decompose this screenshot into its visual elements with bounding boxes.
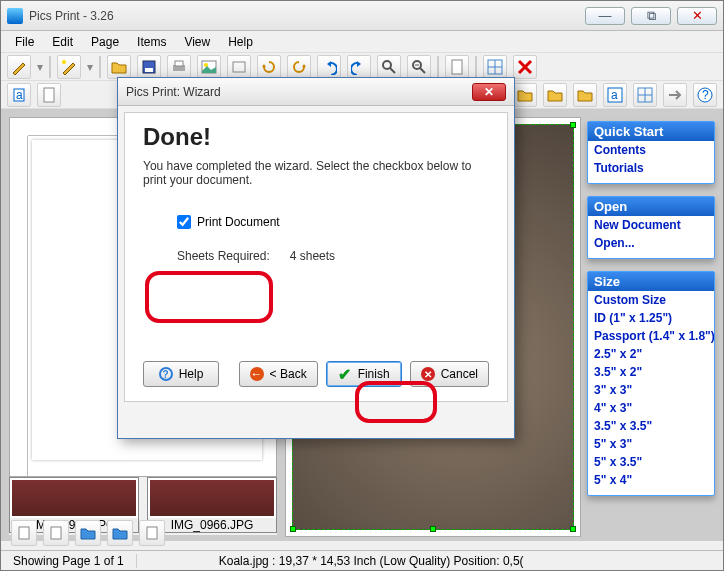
size-option[interactable]: 5" x 4" bbox=[588, 471, 714, 489]
wizard-heading: Done! bbox=[143, 123, 489, 151]
arrow2-icon[interactable] bbox=[663, 83, 687, 107]
folders-icon[interactable] bbox=[75, 520, 101, 546]
cancel-button[interactable]: ✕ Cancel bbox=[410, 361, 489, 387]
zoom-in-icon[interactable] bbox=[377, 55, 401, 79]
help-icon: ? bbox=[159, 367, 173, 381]
help-icon[interactable]: ? bbox=[693, 83, 717, 107]
folders2-icon[interactable] bbox=[107, 520, 133, 546]
link-tutorials[interactable]: Tutorials bbox=[588, 159, 714, 177]
finish-button[interactable]: ✔ Finish bbox=[326, 361, 402, 387]
print-document-label: Print Document bbox=[197, 215, 280, 229]
size-option[interactable]: ID (1" x 1.25") bbox=[588, 309, 714, 327]
save-icon[interactable] bbox=[137, 55, 161, 79]
wizard-body: Done! You have completed the wizard. Sel… bbox=[124, 112, 508, 402]
size-option[interactable]: 5" x 3.5" bbox=[588, 453, 714, 471]
zoom-out-icon[interactable] bbox=[407, 55, 431, 79]
blank-page-icon[interactable] bbox=[37, 83, 61, 107]
redo-icon[interactable] bbox=[347, 55, 371, 79]
page-icon[interactable] bbox=[445, 55, 469, 79]
clipboard2-icon[interactable] bbox=[43, 520, 69, 546]
panel-size: Size Custom Size ID (1" x 1.25") Passpor… bbox=[587, 271, 715, 496]
svg-rect-2 bbox=[145, 68, 153, 72]
size-option[interactable]: Passport (1.4" x 1.8") bbox=[588, 327, 714, 345]
svg-line-9 bbox=[390, 68, 395, 73]
wizard-message: You have completed the wizard. Select th… bbox=[143, 159, 489, 187]
menu-items[interactable]: Items bbox=[129, 33, 174, 51]
folder3-icon[interactable] bbox=[573, 83, 597, 107]
size-option[interactable]: Custom Size bbox=[588, 291, 714, 309]
menu-bar: File Edit Page Items View Help bbox=[1, 31, 723, 53]
menu-page[interactable]: Page bbox=[83, 33, 127, 51]
wand2-icon[interactable] bbox=[57, 55, 81, 79]
svg-rect-21 bbox=[44, 88, 54, 102]
svg-rect-13 bbox=[452, 60, 462, 74]
wizard-close-button[interactable]: ✕ bbox=[472, 83, 506, 101]
thumbnail-image bbox=[12, 480, 136, 516]
title-bar: Pics Print - 3.26 — ⧉ ✕ bbox=[1, 1, 723, 31]
status-page: Showing Page 1 of 1 bbox=[1, 554, 137, 568]
check-icon: ✔ bbox=[338, 367, 352, 381]
thumbnail-image bbox=[150, 480, 274, 516]
grid2-icon[interactable] bbox=[633, 83, 657, 107]
cancel-button-label: Cancel bbox=[441, 367, 478, 381]
thumbnail-label: IMG_0966.JPG bbox=[148, 518, 276, 532]
size-option[interactable]: 3" x 3" bbox=[588, 381, 714, 399]
grid-icon[interactable] bbox=[483, 55, 507, 79]
svg-rect-33 bbox=[51, 527, 61, 539]
rotate-left-icon[interactable] bbox=[257, 55, 281, 79]
minimize-button[interactable]: — bbox=[585, 7, 625, 25]
thumbnail[interactable]: IMG_0966.JPG bbox=[147, 477, 277, 533]
link-contents[interactable]: Contents bbox=[588, 141, 714, 159]
back-button-label: < Back bbox=[270, 367, 307, 381]
svg-rect-32 bbox=[19, 527, 29, 539]
wizard-title: Pics Print: Wizard bbox=[126, 85, 472, 99]
folder-icon[interactable] bbox=[513, 83, 537, 107]
main-window: Pics Print - 3.26 — ⧉ ✕ File Edit Page I… bbox=[0, 0, 724, 571]
close-button[interactable]: ✕ bbox=[677, 7, 717, 25]
wizard-dialog: Pics Print: Wizard ✕ Done! You have comp… bbox=[117, 77, 515, 439]
panel-open: Open New Document Open... bbox=[587, 196, 715, 259]
size-option[interactable]: 2.5" x 2" bbox=[588, 345, 714, 363]
folder2-icon[interactable] bbox=[543, 83, 567, 107]
link-new-document[interactable]: New Document bbox=[588, 216, 714, 234]
clipboard-icon[interactable] bbox=[11, 520, 37, 546]
wizard-title-bar[interactable]: Pics Print: Wizard ✕ bbox=[118, 78, 514, 106]
svg-line-11 bbox=[420, 68, 425, 73]
svg-point-8 bbox=[383, 61, 391, 69]
undo-icon[interactable] bbox=[317, 55, 341, 79]
move-icon[interactable] bbox=[227, 55, 251, 79]
finish-button-label: Finish bbox=[358, 367, 390, 381]
back-button[interactable]: ← < Back bbox=[239, 361, 318, 387]
size-option[interactable]: 5" x 3" bbox=[588, 435, 714, 453]
size-option[interactable]: 3.5" x 2" bbox=[588, 363, 714, 381]
status-info: Koala.jpg : 19,37 * 14,53 Inch (Low Qual… bbox=[207, 554, 536, 568]
link-open[interactable]: Open... bbox=[588, 234, 714, 252]
app-icon bbox=[7, 8, 23, 24]
status-bar: Showing Page 1 of 1 Koala.jpg : 19,37 * … bbox=[1, 550, 723, 570]
menu-view[interactable]: View bbox=[176, 33, 218, 51]
side-panels: Quick Start Contents Tutorials Open New … bbox=[587, 121, 715, 496]
wand-icon[interactable] bbox=[7, 55, 31, 79]
folder-open-icon[interactable] bbox=[107, 55, 131, 79]
maximize-button[interactable]: ⧉ bbox=[631, 7, 671, 25]
printer-icon[interactable] bbox=[167, 55, 191, 79]
menu-file[interactable]: File bbox=[7, 33, 42, 51]
menu-help[interactable]: Help bbox=[220, 33, 261, 51]
size-option[interactable]: 3.5" x 3.5" bbox=[588, 417, 714, 435]
rotate-right-icon[interactable] bbox=[287, 55, 311, 79]
svg-text:?: ? bbox=[702, 88, 709, 102]
menu-edit[interactable]: Edit bbox=[44, 33, 81, 51]
clipboard3-icon[interactable] bbox=[139, 520, 165, 546]
info-icon[interactable]: a bbox=[7, 83, 31, 107]
size-option[interactable]: 4" x 3" bbox=[588, 399, 714, 417]
help-button[interactable]: ? Help bbox=[143, 361, 219, 387]
svg-point-0 bbox=[62, 60, 66, 64]
svg-text:a: a bbox=[16, 88, 23, 102]
cancel-icon: ✕ bbox=[421, 367, 435, 381]
a-box-icon[interactable]: a bbox=[603, 83, 627, 107]
delete-icon[interactable] bbox=[513, 55, 537, 79]
ruler-vertical bbox=[10, 136, 28, 476]
image-icon[interactable] bbox=[197, 55, 221, 79]
print-document-checkbox[interactable] bbox=[177, 215, 191, 229]
panel-header: Size bbox=[588, 272, 714, 291]
